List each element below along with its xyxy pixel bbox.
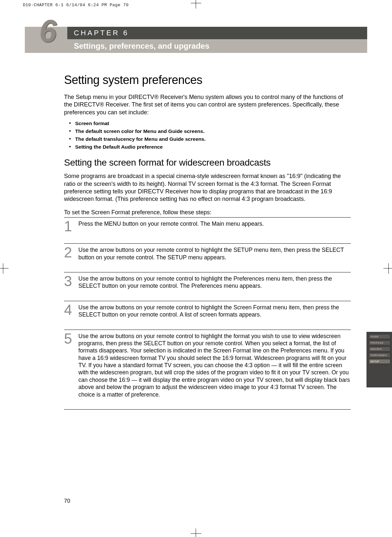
step-text: Use the arrow buttons on your remote con… — [78, 246, 351, 261]
heading-2: Setting the screen format for widescreen… — [64, 157, 351, 168]
chapter-number-large: 6 — [39, 13, 56, 49]
ss-side-guide: GUIDE — [369, 334, 390, 339]
step-text: Use the arrow buttons on your remote con… — [78, 304, 351, 318]
ss-side-mailbox: MAILBOX — [369, 347, 390, 351]
ss-side-purchases: PURCHASES — [369, 353, 390, 358]
registration-mark-right — [385, 265, 392, 272]
step-row: 3 Use the arrow buttons on your remote c… — [64, 272, 351, 301]
content-area: Setting system preferences The Setup men… — [25, 55, 367, 410]
step-row: 4 Use the arrow buttons on your remote c… — [64, 301, 351, 330]
ss-sidebar: GUIDE PROFILES MAILBOX PURCHASES SETUP — [369, 334, 390, 365]
steps-list: 1 Press the MENU button on your remote c… — [64, 218, 351, 410]
print-slug: D10-CHAPTER 6-1 6/14/04 6:24 PM Page 70 — [23, 3, 129, 8]
bullet-item: Setting the Default Audio preference — [75, 143, 351, 151]
heading-1: Setting system preferences — [64, 73, 351, 87]
step-row: 5 Use the arrow buttons on your remote c… — [64, 330, 351, 410]
chapter-label: CHAPTER 6 — [67, 27, 367, 39]
page-number: 70 — [64, 498, 70, 504]
registration-mark-bottom — [193, 530, 199, 537]
step-number: 4 — [64, 304, 74, 318]
bullet-item: The default screen color for Menu and Gu… — [75, 127, 351, 135]
page-frame: 6 CHAPTER 6 Settings, preferences, and u… — [25, 20, 367, 516]
chapter-banner: 6 CHAPTER 6 Settings, preferences, and u… — [25, 24, 367, 55]
steps-lead-in: To set the Screen Format preference, fol… — [64, 209, 351, 218]
step-row: 2 Use the arrow buttons on your remote c… — [64, 244, 351, 272]
ss-side-setup: SETUP — [369, 359, 390, 364]
ss-side-profiles: PROFILES — [369, 340, 390, 345]
registration-mark-top — [193, 0, 199, 7]
chapter-subtitle: Settings, preferences, and upgrades — [67, 39, 367, 53]
embedded-tv-screenshot: GUIDE PROFILES MAILBOX PURCHASES SETUP P… — [367, 332, 392, 387]
body-paragraph: Some programs are broadcast in a special… — [64, 172, 351, 203]
bullet-item: Screen format — [75, 120, 351, 127]
intro-paragraph: The Setup menu in your DIRECTV® Receiver… — [64, 93, 351, 116]
step-text: Press the MENU button on your remote con… — [78, 220, 351, 232]
step-number: 5 — [64, 333, 74, 399]
step-number: 2 — [64, 246, 74, 261]
step-number: 3 — [64, 275, 74, 290]
step-number: 1 — [64, 220, 74, 232]
registration-mark-left — [0, 265, 7, 272]
bullet-list: Screen format The default screen color f… — [64, 120, 351, 151]
step-row: 1 Press the MENU button on your remote c… — [64, 218, 351, 244]
step-text: Use the arrow buttons on your remote con… — [78, 275, 351, 290]
step-text: Use the arrow buttons on your remote con… — [78, 333, 351, 399]
bullet-item: The default translucency for Menu and Gu… — [75, 135, 351, 143]
